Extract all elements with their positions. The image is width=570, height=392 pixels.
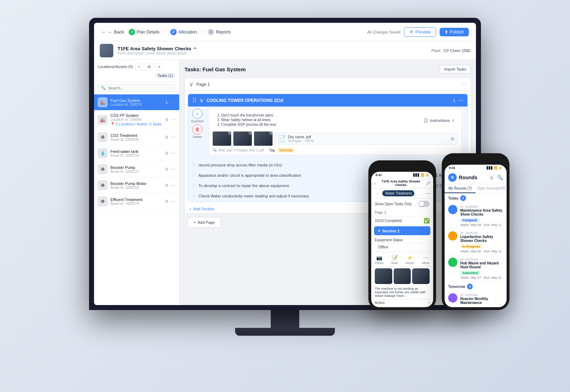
- round-info-2: ID: 2025034 Hub Waste and Hazard Hunt Ro…: [460, 258, 503, 279]
- drag-handle-1[interactable]: ⠿: [192, 173, 196, 178]
- preview-label: Preview: [415, 30, 431, 35]
- remove-image-1[interactable]: ×: [228, 131, 231, 135]
- plus-icon-section: +: [189, 207, 191, 211]
- sidebar-item-booster-motor[interactable]: ⚙ Booster Pump Motor Asset id: 1000342 0…: [94, 177, 179, 194]
- sidebar-item-menu-2[interactable]: ⋯: [171, 134, 176, 140]
- import-tasks-button[interactable]: Import Tasks: [440, 65, 471, 73]
- search-input[interactable]: [108, 86, 172, 90]
- round-item-2[interactable]: ID: 2025034 Hub Waste and Hazard Hunt Ro…: [445, 256, 507, 282]
- header-right: All Changes Saved 👁 Preview ⬆ Publish: [367, 27, 469, 37]
- sidebar-item-id-4: Asset id: 1000124: [110, 170, 163, 174]
- sidebar-item-co2-treatment[interactable]: ⚙ CO2 Treatment Asset id: 1000646 0 ⋯: [94, 129, 179, 145]
- field-label: Equipment Status: [375, 238, 430, 242]
- instructions-text: Instructions: [430, 118, 450, 123]
- publish-button[interactable]: ⬆ Publish: [440, 28, 469, 36]
- drag-handle-3[interactable]: ⠿: [192, 194, 196, 198]
- sidebar-item-avatar-6: ⚙: [98, 196, 108, 206]
- sidebar-item-count-1: 0: [166, 118, 168, 122]
- phone-left-active-tab[interactable]: Water Treatment: [382, 190, 414, 196]
- delete-button[interactable]: 🗑: [192, 124, 202, 134]
- sidebar-item-menu-5[interactable]: ⋯: [171, 182, 176, 188]
- add-attach-text: Add upto 3 images and 1 pdf: [218, 148, 264, 152]
- sidebar-item-menu-4[interactable]: ⋯: [171, 166, 176, 172]
- phone-action-action[interactable]: ⚡ Action: [405, 255, 414, 265]
- image-thumb-3: ×: [254, 131, 273, 146]
- phone-left-back-button[interactable]: ‹: [374, 180, 376, 186]
- phone-left-images: [371, 267, 433, 285]
- phone-left-status-bar: 9:41 ▋▋▋ 📶 🔋: [371, 172, 433, 178]
- section-chevron-icon: ∨: [378, 228, 380, 233]
- search-icon-right[interactable]: 🔍: [497, 175, 503, 180]
- phone-left-expand-button[interactable]: ⤢: [426, 180, 430, 186]
- sidebar-item-info-5: Booster Pump Motor Asset id: 1000342: [110, 181, 163, 190]
- sidebar-item-count-3: 0: [166, 151, 168, 155]
- section-menu[interactable]: ⋯: [458, 98, 463, 103]
- view-toggle-button[interactable]: ⊞: [145, 63, 153, 71]
- battery-icon-r: 🔋: [499, 166, 502, 170]
- tomorrow-count-badge: 4: [467, 284, 473, 289]
- phone-left-screen: 9:41 ▋▋▋ 📶 🔋 ‹ T1FE Area Safety Shower C…: [371, 172, 433, 307]
- phone-left-time: 9:41: [375, 173, 382, 177]
- sidebar-item-link-1[interactable]: 📍 5 Locations / Assets, 0 Tasks: [110, 122, 163, 126]
- remove-image-3[interactable]: ×: [269, 131, 273, 135]
- remove-image-2[interactable]: ×: [248, 131, 252, 135]
- eye-icon: 👁: [409, 30, 414, 35]
- page-menu[interactable]: ⋯: [461, 82, 466, 87]
- phone-action-more[interactable]: ⋯ More: [422, 255, 430, 265]
- field-input[interactable]: Offline: [375, 243, 430, 251]
- sidebar-item-count-5: 0: [166, 183, 168, 187]
- my-rounds-tab[interactable]: My Rounds (7): [445, 184, 476, 193]
- drag-handle-2[interactable]: ⠿: [192, 183, 196, 188]
- smiley-icon[interactable]: ☺: [489, 175, 494, 180]
- add-page-button[interactable]: + Add Page: [187, 217, 221, 228]
- round-item-tomorrow[interactable]: ID: 2025348 Reactor Monthly Maintenance: [445, 291, 507, 307]
- round-avatar-tomorrow: [448, 293, 457, 303]
- tomorrow-label: Tomorrow: [448, 285, 465, 289]
- step-dot-2: 2: [170, 29, 177, 35]
- instructions-list: Don't touch the transformer parts Wear S…: [221, 113, 276, 127]
- round-item-0[interactable]: ID: 2025669 Maintenance Area Safety Show…: [445, 203, 507, 229]
- phone-left-back-nav[interactable]: ‹: [374, 190, 381, 196]
- back-label: ← Back: [108, 29, 124, 35]
- instruction-3: Complete SOP process till the end.: [221, 123, 276, 127]
- sidebar-item-fuel-gas[interactable]: 🏭 Fuel Gas System Location id: 100074 1 …: [94, 94, 179, 110]
- add-location-button[interactable]: +: [135, 63, 143, 71]
- page-indicator-text: Page 3: [375, 211, 386, 215]
- toggle-switch[interactable]: [418, 201, 430, 207]
- sidebar-item-feed-water[interactable]: 💧 Feed water tank Asset id: 1000153 0 ⋯: [94, 145, 179, 161]
- sidebar-item-booster-pump[interactable]: ⚙ Booster Pump Asset id: 1000124 0 ⋯: [94, 161, 179, 177]
- open-rounds-tab[interactable]: Open Rounds(45): [476, 184, 507, 193]
- back-button[interactable]: ← ← Back: [101, 29, 124, 35]
- sidebar-items-list: 🏭 Fuel Gas System Location id: 100074 1 …: [94, 94, 179, 305]
- sidebar-item-info-6: Effluent Treatment Asset id: 1000674: [110, 197, 163, 206]
- sidebar-item-effluent[interactable]: ⚙ Effluent Treatment Asset id: 1000674 0…: [94, 194, 179, 210]
- sidebar-item-menu-1[interactable]: ⋯: [171, 117, 176, 123]
- battery-icon: 🔋: [425, 174, 429, 177]
- preview-button[interactable]: 👁 Preview: [404, 27, 436, 37]
- publish-label: Publish: [450, 30, 464, 35]
- sidebar-item-co2-fp[interactable]: 🏭 CO2 FP System Location id: 100086 📍 5 …: [94, 110, 179, 129]
- sidebar-item-menu-0[interactable]: ⋯: [171, 99, 176, 105]
- phone-left-nav: ‹ T1FE Area Safety Shower Checks ⤢: [371, 178, 433, 189]
- phone-action-photo[interactable]: 📷 Photo: [375, 255, 384, 265]
- phone-action-note[interactable]: 📝 Note: [391, 255, 398, 265]
- sidebar-item-avatar-1: 🏭: [98, 115, 108, 125]
- instructions-chevron[interactable]: ∨: [452, 118, 454, 122]
- sidebar-item-menu-3[interactable]: ⋯: [171, 150, 176, 156]
- round-dates-1: Starts: May 08 Due: May 11: [460, 249, 503, 253]
- round-status-1: In Progress: [460, 244, 482, 249]
- drag-handle-0[interactable]: ⠿: [192, 163, 196, 167]
- edit-icon[interactable]: ✏: [193, 46, 197, 51]
- sidebar-item-info-1: CO2 FP System Location id: 100086 📍 5 Lo…: [110, 113, 163, 126]
- filter-button[interactable]: ≡: [155, 63, 163, 71]
- pdf-remove-button[interactable]: ⊗: [450, 136, 455, 141]
- round-item-1[interactable]: ID: 2025232 Liquefaction Safety Shower C…: [445, 229, 507, 256]
- section-chevron[interactable]: ∨: [200, 97, 204, 104]
- question-button[interactable]: +: [192, 109, 202, 119]
- phone-left-menu[interactable]: ⋯: [425, 191, 430, 196]
- monitor: ← ← Back ✓ Plan Details ── 2 Allocation: [89, 18, 481, 310]
- photo-label: Photo: [375, 261, 384, 265]
- sidebar-item-menu-6[interactable]: ⋯: [171, 198, 176, 204]
- step-connector-1: ──: [162, 30, 167, 34]
- add-section-button[interactable]: + Add Section: [185, 205, 219, 213]
